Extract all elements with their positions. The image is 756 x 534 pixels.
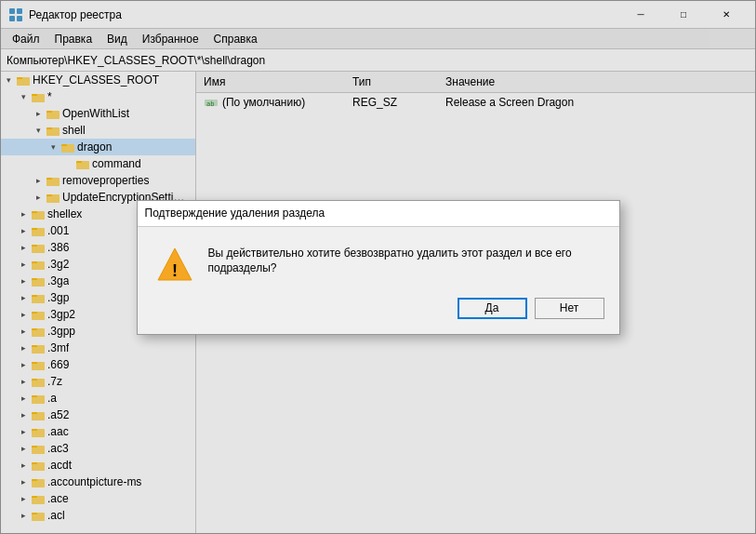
yes-button[interactable]: Да xyxy=(458,298,527,319)
warning-icon: ! xyxy=(156,246,193,283)
dialog-title-bar: Подтверждение удаления раздела xyxy=(138,201,619,227)
dialog-buttons: Да Нет xyxy=(138,298,619,334)
dialog-title-text: Подтверждение удаления раздела xyxy=(145,207,612,220)
dialog-message: Вы действительно хотите безвозвратно уда… xyxy=(208,246,601,277)
confirm-delete-dialog: Подтверждение удаления раздела ! Вы дейс… xyxy=(137,200,620,335)
no-button[interactable]: Нет xyxy=(535,298,604,319)
dialog-body: ! Вы действительно хотите безвозвратно у… xyxy=(138,227,619,298)
svg-text:!: ! xyxy=(172,261,178,280)
dialog-overlay: Подтверждение удаления раздела ! Вы дейс… xyxy=(0,0,756,534)
